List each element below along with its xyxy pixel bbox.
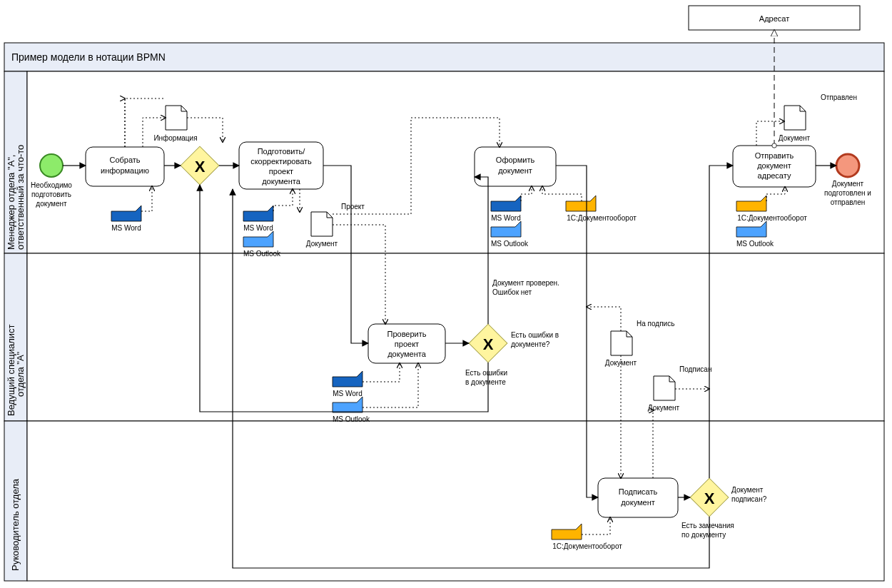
svg-text:Отправить: Отправить bbox=[755, 151, 794, 160]
data-object-sent-label: Отправлен bbox=[821, 93, 857, 101]
svg-text:MS Outlook: MS Outlook bbox=[243, 250, 281, 258]
flow-err-label-b: в документе bbox=[465, 378, 506, 386]
svg-text:1С:Документооборот: 1С:Документооборот bbox=[567, 214, 637, 222]
svg-text:документ: документ bbox=[621, 498, 655, 507]
svg-text:Собрать: Собрать bbox=[109, 156, 140, 164]
flow-remarks-label-b: по документу bbox=[681, 531, 726, 539]
svg-text:1С:Документооборот: 1С:Документооборот bbox=[737, 214, 807, 222]
start-event-label1: Необходимо bbox=[31, 181, 72, 189]
lane2-label-b: отдела "А" bbox=[15, 351, 26, 397]
svg-text:Документ: Документ bbox=[832, 180, 864, 188]
svg-text:X: X bbox=[704, 490, 715, 507]
svg-text:проект: проект bbox=[269, 167, 293, 176]
svg-text:подготовлен и: подготовлен и bbox=[824, 189, 871, 197]
data-object-project-doc-label: Документ bbox=[306, 240, 338, 248]
gateway-signed-label1: Документ bbox=[731, 486, 764, 494]
svg-text:Оформить: Оформить bbox=[496, 156, 535, 164]
gateway-signed-label2: подписан? bbox=[731, 495, 767, 503]
bpmn-diagram: Адресат Пример модели в нотации BPMN Мен… bbox=[0, 0, 892, 588]
svg-text:MS Outlook: MS Outlook bbox=[333, 415, 370, 423]
svg-text:MS Word: MS Word bbox=[243, 224, 273, 232]
data-object-for-sign bbox=[611, 331, 632, 355]
data-object-signed-label: Подписан bbox=[679, 365, 711, 373]
flow-noerr-label-b: Ошибок нет bbox=[492, 288, 532, 296]
data-object-sent bbox=[784, 106, 806, 130]
svg-text:X: X bbox=[195, 158, 206, 176]
data-object-project-label: Проект bbox=[341, 203, 365, 211]
flow-noerr-label-a: Документ проверен. bbox=[492, 279, 559, 287]
participant-label: Адресат bbox=[759, 14, 789, 23]
start-event-label2: подготовить bbox=[31, 191, 71, 198]
svg-text:X: X bbox=[483, 335, 494, 353]
data-object-project bbox=[311, 212, 333, 236]
svg-text:проект: проект bbox=[395, 340, 419, 348]
svg-text:отправлен: отправлен bbox=[831, 198, 865, 206]
lane3-label: Руководитель отдела bbox=[10, 478, 21, 571]
data-object-information bbox=[166, 106, 187, 130]
start-event-label3: документ bbox=[36, 200, 67, 208]
pool-title-text: Пример модели в нотации BPMN bbox=[11, 51, 166, 63]
data-object-sent-doc-label: Документ bbox=[779, 134, 811, 142]
svg-text:Подписать: Подписать bbox=[619, 487, 658, 496]
svg-text:документа: документа bbox=[387, 350, 427, 358]
svg-text:MS Word: MS Word bbox=[491, 214, 521, 222]
svg-text:скорректировать: скорректировать bbox=[250, 157, 312, 166]
end-event bbox=[836, 154, 859, 177]
svg-text:документа: документа bbox=[262, 177, 301, 186]
svg-text:информацию: информацию bbox=[101, 166, 149, 175]
lane1-label-b: ответственный за что-то bbox=[15, 145, 26, 250]
lane2-body bbox=[27, 253, 884, 421]
data-object-signed bbox=[654, 376, 675, 400]
svg-text:Проверить: Проверить bbox=[387, 330, 426, 338]
gateway-errors-label2: документе? bbox=[511, 340, 550, 348]
svg-text:Подготовить/: Подготовить/ bbox=[258, 147, 306, 156]
gateway-errors-label1: Есть ошибки в bbox=[511, 331, 559, 339]
svg-text:адресату: адресату bbox=[758, 171, 791, 180]
flow-remarks-label-a: Есть замечания bbox=[681, 522, 734, 529]
svg-text:1С:Документооборот: 1С:Документооборот bbox=[552, 542, 622, 550]
flow-err-label-a: Есть ошибки bbox=[465, 369, 507, 377]
svg-text:MS Outlook: MS Outlook bbox=[736, 240, 774, 248]
data-object-signed-doc-label: Документ bbox=[648, 404, 680, 412]
svg-text:документ: документ bbox=[757, 161, 791, 170]
svg-text:документ: документ bbox=[498, 166, 532, 175]
data-object-information-label: Информация bbox=[153, 134, 197, 142]
tool-word-label-1: MS Word bbox=[111, 224, 141, 232]
data-object-for-sign-label: На подпись bbox=[637, 320, 674, 328]
svg-text:MS Outlook: MS Outlook bbox=[491, 240, 529, 248]
start-event bbox=[40, 154, 63, 177]
svg-text:MS Word: MS Word bbox=[333, 390, 363, 397]
